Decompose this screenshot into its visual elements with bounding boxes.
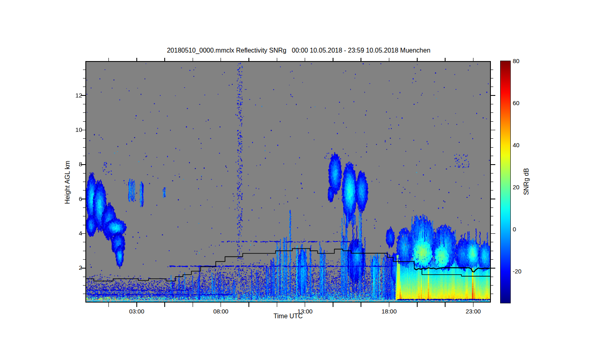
y-tick-label: 2 <box>63 264 82 271</box>
x-axis-tick <box>473 303 474 307</box>
plot-frame <box>85 61 491 303</box>
colorbar-tick-label: 80 <box>513 57 520 64</box>
y-axis-minor-tick <box>83 285 85 286</box>
y-axis-minor-tick <box>83 294 85 294</box>
x-axis-top-tick <box>445 58 446 61</box>
y-axis-right-minor-tick <box>491 216 493 216</box>
y-axis-right-minor-tick <box>491 70 493 70</box>
y-axis-minor-tick <box>83 112 85 113</box>
y-axis-right-minor-tick <box>491 87 493 87</box>
x-axis-tick <box>305 303 306 307</box>
y-axis-right-minor-tick <box>491 182 493 182</box>
y-axis-minor-tick <box>83 173 85 174</box>
y-tick-label: 12 <box>63 92 82 99</box>
y-axis-right-minor-tick <box>491 104 493 104</box>
x-axis-tick <box>221 303 221 307</box>
y-axis-minor-tick <box>83 216 85 216</box>
y-axis-right-tick <box>491 95 495 96</box>
x-axis-tick <box>136 303 137 307</box>
y-axis-right-minor-tick <box>491 156 493 156</box>
y-axis-minor-tick <box>83 207 85 208</box>
y-axis-right-minor-tick <box>491 225 493 225</box>
y-tick-label: 10 <box>63 126 82 133</box>
y-axis-right-tick <box>491 199 495 199</box>
x-axis-top-tick <box>248 58 249 61</box>
y-axis-right-minor-tick <box>491 121 493 122</box>
y-axis-right-minor-tick <box>491 259 493 260</box>
y-tick-label: 6 <box>63 195 82 202</box>
y-axis-minor-tick <box>83 104 85 104</box>
x-tick-label: 23:00 <box>460 308 486 315</box>
colorbar-gradient <box>501 61 510 303</box>
colorbar-title: SNRg dB <box>523 168 530 195</box>
x-axis-top-tick <box>361 58 361 61</box>
x-axis-tick <box>164 303 165 307</box>
y-axis-minor-tick <box>83 242 85 242</box>
colorbar-tick-label: 60 <box>513 99 520 106</box>
x-tick-label: 03:00 <box>124 308 150 315</box>
x-axis-tick <box>108 303 109 307</box>
y-axis-minor-tick <box>83 121 85 122</box>
colorbar-tick-label: 0 <box>513 226 516 233</box>
y-axis-right-minor-tick <box>491 251 493 251</box>
y-axis-minor-tick <box>83 259 85 260</box>
x-axis-top-tick <box>417 58 418 61</box>
y-axis-right-minor-tick <box>491 190 493 190</box>
colorbar-tick-label: -20 <box>513 268 522 275</box>
radar-heatmap-canvas <box>86 62 490 302</box>
y-axis-right-minor-tick <box>491 242 493 242</box>
x-axis-top-tick <box>136 58 137 61</box>
x-axis-top-tick <box>108 58 109 61</box>
x-axis-tick <box>361 303 361 307</box>
x-axis-tick <box>389 303 390 307</box>
y-axis-right-tick <box>491 233 495 234</box>
x-tick-label: 08:00 <box>208 308 234 315</box>
radar-quicklook-page: 20180510_0000.mmclx Reflectivity SNRg 00… <box>0 0 607 364</box>
y-axis-right-minor-tick <box>491 147 493 148</box>
y-axis-minor-tick <box>83 182 85 182</box>
y-axis-minor-tick <box>83 70 85 70</box>
y-axis-right-minor-tick <box>491 173 493 174</box>
x-axis-top-tick <box>389 58 390 61</box>
y-tick-label: 4 <box>63 230 82 237</box>
x-axis-tick <box>333 303 333 307</box>
x-tick-label: 13:00 <box>292 308 318 315</box>
x-axis-top-tick <box>164 58 165 61</box>
x-axis-top-tick <box>473 58 474 61</box>
y-axis-right-minor-tick <box>491 277 493 277</box>
y-axis-right-tick <box>491 130 495 131</box>
colorbar-tick-label: 20 <box>513 184 520 190</box>
x-tick-label: 18:00 <box>376 308 402 315</box>
x-axis-tick <box>277 303 278 307</box>
y-axis-right-tick <box>491 164 495 165</box>
y-axis-right-minor-tick <box>491 138 493 139</box>
y-axis-minor-tick <box>83 87 85 87</box>
x-axis-tick <box>445 303 446 307</box>
y-tick-label: 8 <box>63 161 82 167</box>
x-axis-top-tick <box>333 58 333 61</box>
y-axis-minor-tick <box>83 78 85 78</box>
x-axis-top-tick <box>221 58 221 61</box>
y-axis-minor-tick <box>83 190 85 190</box>
x-axis-tick <box>248 303 249 307</box>
y-axis-right-minor-tick <box>491 294 493 294</box>
y-axis-minor-tick <box>83 225 85 225</box>
y-axis-minor-tick <box>83 156 85 156</box>
y-axis-minor-tick <box>83 251 85 251</box>
colorbar-tick-label: 40 <box>513 142 520 148</box>
y-axis-minor-tick <box>83 147 85 148</box>
x-axis-top-tick <box>277 58 278 61</box>
y-axis-right-minor-tick <box>491 78 493 78</box>
x-axis-top-tick <box>193 58 193 61</box>
x-axis-top-tick <box>305 58 306 61</box>
y-axis-minor-tick <box>83 277 85 277</box>
x-axis-tick <box>193 303 193 307</box>
y-axis-right-minor-tick <box>491 285 493 286</box>
y-axis-right-minor-tick <box>491 207 493 208</box>
page-title: 20180510_0000.mmclx Reflectivity SNRg 00… <box>86 47 511 54</box>
y-axis-right-minor-tick <box>491 112 493 113</box>
colorbar <box>500 61 511 303</box>
y-axis-minor-tick <box>83 138 85 139</box>
y-axis-right-tick <box>491 268 495 269</box>
x-axis-tick <box>417 303 418 307</box>
